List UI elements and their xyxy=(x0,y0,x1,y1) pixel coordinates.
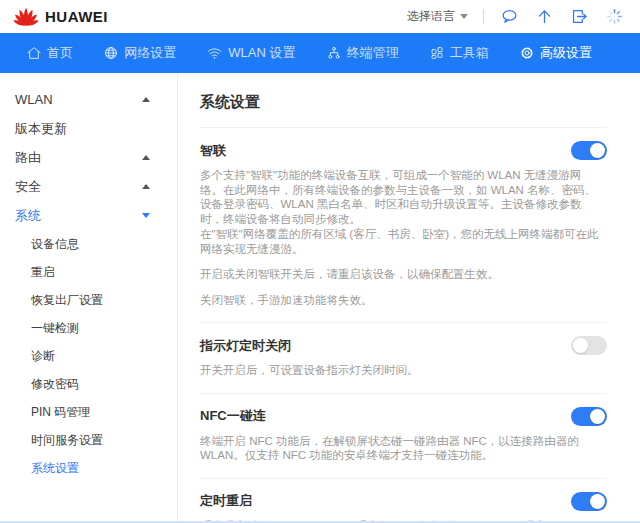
sidebar-item-pin-management[interactable]: PIN 码管理 xyxy=(0,398,177,426)
section-title: NFC一碰连 xyxy=(200,407,266,425)
led-schedule-toggle[interactable] xyxy=(571,336,607,355)
sidebar-sub-label: 系统设置 xyxy=(31,460,79,477)
section-smart-link: 智联 多个支持"智联"功能的终端设备互联，可组成一个智能的 WLAN 无缝漫游网… xyxy=(200,128,607,323)
section-description: 开关开启后，可设置设备指示灯关闭时间。 xyxy=(200,363,604,378)
huawei-flower-icon xyxy=(13,7,39,26)
upgrade-icon[interactable] xyxy=(534,7,554,27)
nav-tab-wlan-settings[interactable]: WLAN 设置 xyxy=(206,44,295,62)
section-title: 智联 xyxy=(200,142,226,160)
nav-tab-label: WLAN 设置 xyxy=(228,44,295,62)
sidebar-sub-label: 设备信息 xyxy=(31,236,79,253)
language-selector[interactable]: 选择语言 xyxy=(407,8,468,25)
nfc-toggle[interactable] xyxy=(571,407,607,426)
sidebar-item-label: 版本更新 xyxy=(15,120,67,138)
gear-icon xyxy=(519,45,535,61)
sidebar-sub-label: PIN 码管理 xyxy=(31,404,90,421)
divider xyxy=(483,9,484,24)
home-icon xyxy=(26,45,42,61)
nav-tab-network-settings[interactable]: 网络设置 xyxy=(103,44,176,62)
nav-tab-device-management[interactable]: 终端管理 xyxy=(326,44,399,62)
chevron-down-icon xyxy=(460,14,468,19)
sidebar-sub-label: 诊断 xyxy=(31,348,55,365)
sidebar-item-diagnosis[interactable]: 诊断 xyxy=(0,342,177,370)
sidebar-sub-label: 一键检测 xyxy=(31,320,79,337)
loading-icon xyxy=(604,7,624,27)
section-description: 开启或关闭智联开关后，请重启该设备，以确保配置生效。 xyxy=(200,267,604,282)
chevron-down-icon xyxy=(142,213,150,218)
wifi-icon xyxy=(206,45,223,61)
brand-text: HUAWEI xyxy=(45,8,108,25)
section-description: 终端开启 NFC 功能后，在解锁屏状态碰一碰路由器 NFC，以连接路由器的 WL… xyxy=(200,434,604,463)
chevron-up-icon xyxy=(142,184,150,189)
sidebar-sub-label: 时间服务设置 xyxy=(31,432,103,449)
sidebar-item-wlan[interactable]: WLAN xyxy=(0,85,177,114)
nav-tab-label: 高级设置 xyxy=(540,44,592,62)
section-nfc: NFC一碰连 终端开启 NFC 功能后，在解锁屏状态碰一碰路由器 NFC，以连接… xyxy=(200,394,607,479)
nav-tab-home[interactable]: 首页 xyxy=(26,44,73,62)
sidebar-item-router[interactable]: 路由 xyxy=(0,143,177,172)
smart-link-toggle[interactable] xyxy=(571,141,607,160)
logout-icon[interactable] xyxy=(569,7,589,27)
nav-tab-label: 网络设置 xyxy=(124,44,176,62)
huawei-logo: HUAWEI xyxy=(13,7,108,26)
sidebar-item-label: WLAN xyxy=(15,92,53,107)
nav-tab-label: 终端管理 xyxy=(347,44,399,62)
sidebar-sub-label: 修改密码 xyxy=(31,376,79,393)
section-title: 定时重启 xyxy=(200,492,252,510)
nav-tab-toolbox[interactable]: 工具箱 xyxy=(429,44,489,62)
chevron-up-icon xyxy=(142,155,150,160)
sidebar-item-device-info[interactable]: 设备信息 xyxy=(0,230,177,258)
sidebar: WLAN 版本更新 路由 安全 系统 设备信息 重启 恢复出厂设置 一键检测 xyxy=(0,73,178,523)
sidebar-item-reboot[interactable]: 重启 xyxy=(0,258,177,286)
section-description: 多个支持"智联"功能的终端设备互联，可组成一个智能的 WLAN 无缝漫游网络。在… xyxy=(200,168,604,226)
main-content: 系统设置 智联 多个支持"智联"功能的终端设备互联，可组成一个智能的 WLAN … xyxy=(178,73,640,523)
sidebar-item-label: 路由 xyxy=(15,149,41,167)
nav-tab-label: 首页 xyxy=(47,44,73,62)
section-description: 在"智联"网络覆盖的所有区域 (客厅、书房、卧室)，您的无线上网终端都可在此网络… xyxy=(200,227,604,256)
sidebar-item-one-key-check[interactable]: 一键检测 xyxy=(0,314,177,342)
sidebar-item-version-update[interactable]: 版本更新 xyxy=(0,114,177,143)
nav-tab-advanced-settings[interactable]: 高级设置 xyxy=(519,44,592,62)
sidebar-item-factory-reset[interactable]: 恢复出厂设置 xyxy=(0,286,177,314)
message-icon[interactable] xyxy=(499,7,519,27)
sidebar-item-security[interactable]: 安全 xyxy=(0,172,177,201)
sidebar-item-change-password[interactable]: 修改密码 xyxy=(0,370,177,398)
top-header: HUAWEI 选择语言 xyxy=(0,0,640,33)
nav-tab-label: 工具箱 xyxy=(450,44,489,62)
network-icon xyxy=(103,45,119,61)
toolbox-icon xyxy=(429,45,445,61)
page-title: 系统设置 xyxy=(200,73,607,128)
section-scheduled-restart: 定时重启 系统重启时间段:01:00 - 05:00(系统每隔7天将检测设备是否… xyxy=(200,479,607,523)
scheduled-restart-toggle[interactable] xyxy=(571,492,607,511)
sidebar-item-label: 系统 xyxy=(15,207,41,225)
sidebar-item-time-service[interactable]: 时间服务设置 xyxy=(0,426,177,454)
main-nav: 首页 网络设置 WLAN 设置 终端管理 xyxy=(0,33,640,73)
chevron-up-icon xyxy=(142,97,150,102)
sidebar-sub-label: 恢复出厂设置 xyxy=(31,292,103,309)
section-title: 指示灯定时关闭 xyxy=(200,337,291,355)
section-led-schedule: 指示灯定时关闭 开关开启后，可设置设备指示灯关闭时间。 xyxy=(200,323,607,394)
sidebar-item-label: 安全 xyxy=(15,178,41,196)
devices-icon xyxy=(326,45,342,61)
sidebar-item-system[interactable]: 系统 xyxy=(0,201,177,230)
sidebar-sub-label: 重启 xyxy=(31,264,55,281)
language-label: 选择语言 xyxy=(407,8,455,25)
section-description: 关闭智联，手游加速功能将失效。 xyxy=(200,293,604,308)
sidebar-item-system-settings[interactable]: 系统设置 xyxy=(0,454,177,482)
